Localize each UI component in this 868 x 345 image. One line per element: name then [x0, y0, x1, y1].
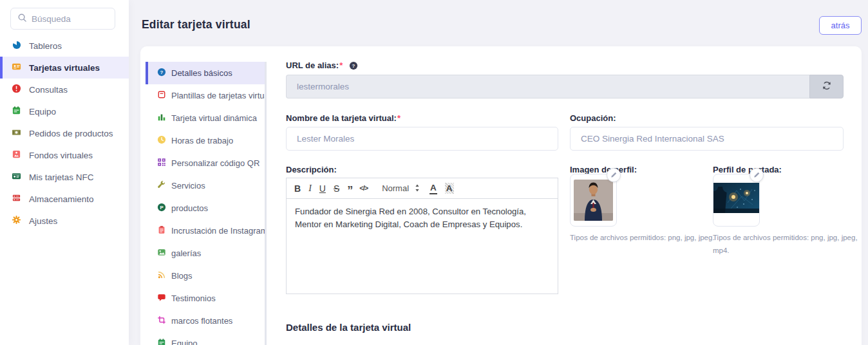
sidebar-item-tarjetas-virtuales[interactable]: Tarjetas virtuales — [0, 57, 129, 79]
blockquote-button[interactable]: ” — [347, 185, 353, 196]
sidebar-item-almacenamiento[interactable]: Almacenamiento — [0, 188, 129, 210]
help-icon[interactable]: ? — [349, 61, 358, 72]
required-mark: * — [339, 61, 343, 70]
search-box[interactable] — [10, 8, 115, 30]
occupation-label: Ocupación: — [570, 113, 616, 123]
edit-profile-image-button[interactable] — [607, 168, 621, 182]
editor-toolbar: B I U S ” </> Normal A A — [287, 178, 558, 199]
code-button[interactable]: </> — [359, 185, 368, 192]
tab-label: Tarjeta virtual dinámica — [171, 113, 257, 123]
tab-incrustacion-instagram[interactable]: Incrustación de Instagram — [146, 219, 265, 242]
tab-label: Horas de trabajo — [171, 136, 233, 145]
template-icon — [157, 90, 166, 101]
occupation-input[interactable] — [570, 127, 844, 151]
crop-icon — [157, 315, 166, 326]
profile-image-hint: Tipos de archivos permitidos: png, jpg, … — [570, 232, 717, 245]
search-icon — [17, 13, 27, 25]
tab-detalles-basicos[interactable]: ? Detalles básicos — [146, 62, 265, 84]
strikethrough-button[interactable]: S — [334, 184, 339, 193]
storage-icon — [12, 193, 21, 205]
description-label: Descripción: — [286, 165, 337, 174]
alias-label: URL de alias:* ? — [286, 61, 358, 72]
tab-label: Personalizar código QR — [171, 158, 259, 168]
tab-label: Servicios — [171, 181, 205, 191]
description-editor: B I U S ” </> Normal A A Fundador de Sin… — [286, 178, 558, 294]
gear-icon — [12, 215, 21, 227]
pie-chart-icon — [12, 40, 21, 51]
format-select-value: Normal — [382, 183, 409, 193]
tab-testimonios[interactable]: Testimonios — [146, 287, 265, 310]
tab-label: Blogs — [171, 271, 193, 281]
testimonial-icon — [157, 293, 166, 304]
main-area: Editar tarjeta virtual atrás ? Detalles … — [129, 0, 868, 345]
sidebar-item-consultas[interactable]: Consultas — [0, 79, 129, 100]
italic-button[interactable]: I — [308, 184, 312, 193]
updown-arrows-icon — [414, 183, 420, 194]
tab-servicios[interactable]: Servicios — [146, 174, 265, 197]
tab-blogs[interactable]: Blogs — [146, 265, 265, 287]
tab-productos[interactable]: P productos — [146, 197, 265, 219]
sidebar-item-label: Consultas — [29, 85, 68, 95]
clock-icon — [157, 135, 166, 146]
tab-marcos-flotantes[interactable]: marcos flotantes — [146, 310, 265, 332]
required-mark: * — [397, 113, 401, 123]
tab-label: Detalles básicos — [171, 68, 232, 78]
tab-equipo[interactable]: Equipo — [146, 332, 265, 345]
back-button[interactable]: atrás — [819, 16, 862, 35]
sidebar-item-tableros[interactable]: Tableros — [0, 35, 129, 57]
alias-field-row — [286, 75, 844, 98]
card-name-input[interactable] — [286, 127, 558, 151]
tab-personalizar-qr[interactable]: Personalizar código QR — [146, 152, 265, 174]
tab-label: Testimonios — [171, 294, 216, 303]
tab-galerias[interactable]: galerías — [146, 242, 265, 265]
pencil-icon — [610, 169, 618, 181]
text-color-button[interactable]: A — [429, 183, 437, 194]
tab-plantillas[interactable]: Plantillas de tarjetas virtuales — [146, 84, 265, 107]
profile-photo — [574, 180, 613, 221]
blog-icon — [157, 270, 166, 281]
tab-tarjeta-dinamica[interactable]: Tarjeta virtual dinámica — [146, 107, 265, 129]
name-label: Nombre de la tarjeta virtual:* — [286, 113, 401, 123]
alert-circle-icon — [12, 84, 21, 95]
gallery-icon — [157, 248, 166, 259]
underline-button[interactable]: U — [319, 184, 326, 193]
alias-input[interactable] — [286, 75, 809, 98]
sidebar-item-label: Pedidos de productos — [29, 129, 113, 138]
section-title: Detalles de la tarjeta virtual — [286, 322, 411, 333]
background-color-button[interactable]: A — [445, 183, 454, 194]
profile-image-upload[interactable] — [570, 174, 617, 227]
wrench-icon — [157, 180, 166, 191]
sidebar-item-label: Ajustes — [29, 216, 57, 226]
svg-text:?: ? — [160, 70, 164, 75]
bold-button[interactable]: B — [294, 184, 301, 193]
refresh-alias-button[interactable] — [809, 75, 844, 98]
sidebar-item-pedidos-de-productos[interactable]: Pedidos de productos — [0, 122, 129, 144]
sidebar-item-ajustes[interactable]: Ajustes — [0, 210, 129, 232]
calendar-icon — [157, 338, 166, 345]
sidebar-item-label: Mis tarjetas NFC — [29, 172, 94, 182]
tab-label: Plantillas de tarjetas virtuales — [171, 91, 265, 100]
sidebar-item-equipo[interactable]: Equipo — [0, 100, 129, 122]
sidebar-item-fondos-virtuales[interactable]: Fondos virtuales — [0, 144, 129, 166]
edit-cover-image-button[interactable] — [750, 168, 764, 182]
chart-card-icon — [157, 113, 166, 124]
description-text[interactable]: Fundador de Sinergia Red en 2008, Consul… — [287, 199, 558, 238]
tab-label: marcos flotantes — [171, 316, 232, 326]
qr-code-icon — [157, 158, 166, 169]
pencil-icon — [753, 169, 760, 181]
question-circle-icon: ? — [157, 68, 166, 79]
cover-image-upload[interactable] — [713, 174, 760, 227]
calendar-icon — [12, 106, 21, 117]
virtual-card-icon — [12, 62, 21, 73]
nfc-card-icon — [12, 171, 21, 183]
format-select[interactable]: Normal — [382, 183, 420, 194]
tab-horas-de-trabajo[interactable]: Horas de trabajo — [146, 129, 265, 152]
search-input[interactable] — [32, 14, 108, 24]
sidebar: Tableros Tarjetas virtuales Consultas Eq… — [0, 0, 129, 345]
tab-label: Incrustación de Instagram — [171, 226, 265, 236]
content-card: ? Detalles básicos Plantillas de tarjeta… — [140, 46, 862, 345]
cover-image-hint: Tipos de archivos permitidos: png, jpg, … — [713, 232, 866, 257]
tab-label: galerías — [171, 248, 201, 258]
sidebar-item-mis-tarjetas-nfc[interactable]: Mis tarjetas NFC — [0, 166, 129, 188]
tab-divider — [265, 62, 267, 345]
